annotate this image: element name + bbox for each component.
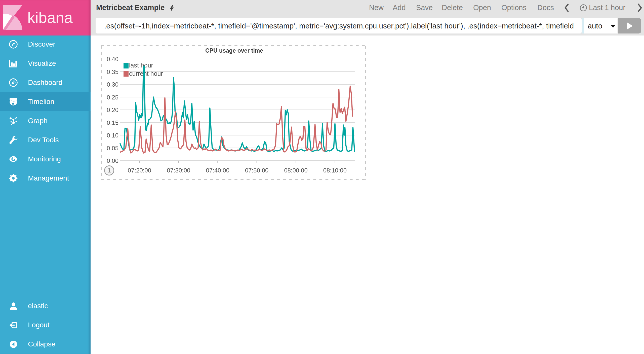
- svg-text:07:40:00: 07:40:00: [206, 167, 229, 174]
- svg-text:0.05: 0.05: [107, 145, 118, 152]
- svg-text:07:30:00: 07:30:00: [167, 167, 190, 174]
- svg-text:0.10: 0.10: [107, 132, 118, 139]
- svg-text:0.30: 0.30: [107, 81, 118, 88]
- svg-text:0.00: 0.00: [107, 157, 118, 164]
- svg-text:0.35: 0.35: [107, 68, 118, 75]
- svg-text:07:50:00: 07:50:00: [245, 167, 268, 174]
- svg-text:07:20:00: 07:20:00: [128, 167, 151, 174]
- svg-text:0.25: 0.25: [107, 94, 118, 101]
- svg-text:0.15: 0.15: [107, 119, 118, 126]
- svg-text:08:00:00: 08:00:00: [284, 167, 307, 174]
- svg-text:0.20: 0.20: [107, 107, 118, 113]
- svg-text:0.40: 0.40: [107, 56, 118, 62]
- svg-text:current hour: current hour: [129, 70, 163, 77]
- svg-text:08:10:00: 08:10:00: [323, 167, 347, 174]
- svg-text:last hour: last hour: [129, 62, 153, 69]
- svg-text:CPU usage over time: CPU usage over time: [205, 47, 263, 54]
